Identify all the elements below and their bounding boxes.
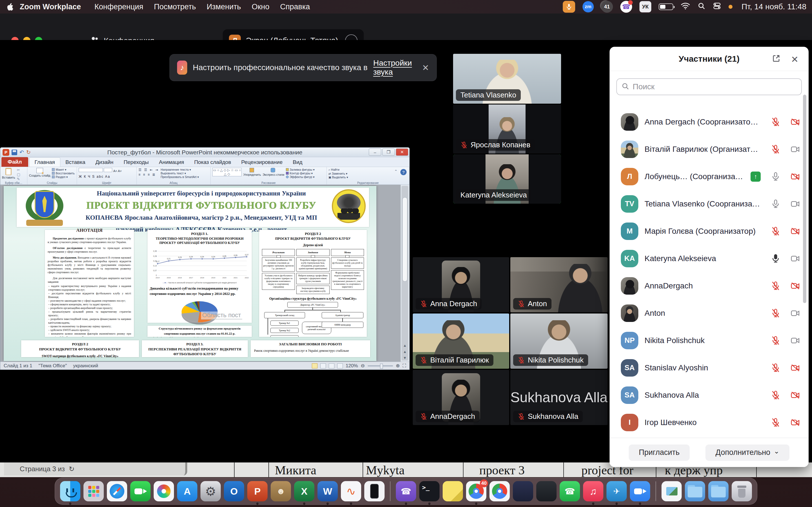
ppt-close-button[interactable]: ✕	[396, 149, 408, 156]
viber[interactable]: ☎	[396, 481, 416, 501]
menu-item[interactable]: Справка	[280, 3, 310, 11]
participant-row[interactable]: SA Sukhanova Alla	[610, 381, 809, 409]
slide-sorter-button[interactable]	[320, 363, 326, 369]
zoom-status-icon[interactable]: zm	[582, 1, 594, 12]
recording-count-icon[interactable]: 41	[601, 1, 613, 13]
collapse-ribbon-icon[interactable]: ⌃	[394, 169, 398, 175]
invite-button[interactable]: Пригласить	[629, 445, 690, 461]
paste-button[interactable]: Вставить	[2, 168, 15, 179]
chrome[interactable]: 40	[466, 481, 486, 501]
video-tile[interactable]: Anna Dergach	[413, 257, 509, 313]
scroll-up-icon[interactable]: ▲	[402, 343, 408, 348]
align-buttons[interactable]: ≡ ≡ ≡ ≣	[139, 173, 159, 177]
participant-row[interactable]: SA Stanislav Alyoshin	[610, 354, 809, 381]
poster-slide[interactable]: Національний університет біоресурсів і п…	[4, 186, 376, 361]
shape-effects-button[interactable]: Эффекты фигур ▾	[286, 175, 314, 179]
menu-clock[interactable]: Пт, 14 нояб. 11:48	[742, 2, 806, 11]
microphone-status-icon[interactable]	[563, 1, 575, 13]
powerpoint[interactable]: P	[247, 481, 267, 501]
terminal[interactable]: >_	[419, 481, 440, 501]
contacts[interactable]: ☻	[271, 481, 291, 501]
participant-row[interactable]: KA Kateryna Alekseieva	[610, 245, 809, 272]
participant-row[interactable]: TV Tetiana Vlasenko (Соорганизатор)	[610, 190, 809, 217]
ribbon-tab[interactable]: Рецензирование	[236, 158, 288, 167]
next-slide-icon[interactable]: ▼	[402, 356, 408, 360]
menu-item[interactable]: Окно	[252, 3, 269, 11]
zoom[interactable]	[630, 481, 650, 501]
video-tile[interactable]: Ярослав Копанев	[453, 105, 561, 154]
select-button[interactable]: ▣ Выделить ▾	[328, 175, 348, 179]
stickies[interactable]	[443, 481, 463, 501]
zoom-in-icon[interactable]: ⊕	[396, 363, 400, 369]
slideshow-button[interactable]	[337, 363, 343, 369]
participant-row[interactable]: M Марія Голєва (Соорганизатор)	[610, 217, 809, 245]
participant-row[interactable]: NP Nikita Polishchuk	[610, 327, 809, 354]
shape-outline-button[interactable]: Контур фигуры ▾	[286, 172, 314, 175]
audio-settings-link[interactable]: Настройки звука	[373, 59, 416, 76]
ribbon-tab[interactable]: Вставка	[60, 158, 91, 167]
ppt-scrollbar[interactable]: ▲ ▲ ▼	[402, 186, 408, 360]
clipboard-small-buttons[interactable]: ✂▢✎	[17, 168, 20, 181]
text-direction-button[interactable]: Направление текста ▾	[161, 168, 199, 171]
freeform-wave[interactable]: ∿	[341, 481, 361, 501]
align-text-button[interactable]: Выровнять текст ▾	[161, 172, 199, 175]
trash[interactable]	[732, 481, 752, 501]
app-store[interactable]: A	[177, 481, 197, 501]
app-dark-blue[interactable]	[513, 481, 533, 501]
facetime[interactable]	[130, 481, 151, 501]
battery-icon[interactable]	[659, 3, 673, 10]
quick-styles-button[interactable]: Экспресс-стили	[262, 168, 284, 176]
whatsapp[interactable]: ☎	[560, 481, 580, 501]
participant-row[interactable]: Віталій Гаврилюк (Организатор)	[610, 135, 809, 163]
reset-button[interactable]: Восстановить	[52, 172, 74, 175]
list-buttons[interactable]: ☰ ☰ ⇤ ⇥	[139, 168, 159, 172]
system-settings[interactable]: ⚙	[200, 481, 221, 501]
word[interactable]: W	[317, 481, 338, 501]
search-input[interactable]	[633, 82, 797, 91]
normal-view-button[interactable]	[312, 363, 317, 369]
shapes-gallery[interactable]: ▭ ○ △ ◇ ▷ ☆ ▭ ○ △ ◇	[212, 168, 242, 176]
ppt-restore-button[interactable]: ❐	[382, 149, 395, 156]
outlook[interactable]: O	[224, 481, 244, 501]
banner-close-icon[interactable]	[422, 63, 429, 73]
ribbon-tab[interactable]: Файл	[1, 157, 28, 167]
video-tile[interactable]: Nikita Polishchuk	[510, 314, 608, 369]
spotlight-search-icon[interactable]	[698, 2, 705, 12]
font-style-buttons[interactable]: Ж К Ч S abc Aa	[79, 175, 110, 179]
ribbon-tab[interactable]: Переходы	[118, 158, 154, 167]
photos[interactable]	[154, 481, 174, 501]
participant-row[interactable]: І Ігор Шевченко	[610, 409, 809, 436]
help-icon[interactable]: ?	[400, 169, 407, 175]
font-name-select[interactable]	[79, 168, 103, 172]
panel-scrollbar[interactable]	[803, 95, 806, 303]
menu-item[interactable]: Изменить	[207, 3, 241, 11]
ribbon-tab[interactable]: Показ слайдов	[189, 158, 236, 167]
video-tile[interactable]: Віталій Гаврилюк	[413, 314, 509, 369]
viber-status-icon[interactable]: ☎	[620, 1, 632, 13]
safari[interactable]	[107, 481, 127, 501]
ppt-title-bar[interactable]: P ↶ ↻ Постер_футбол - Microsoft PowerPoi…	[0, 148, 409, 157]
active-app-name[interactable]: Zoom Workplace	[20, 3, 81, 11]
language-indicator[interactable]: украинский	[73, 363, 98, 369]
preview[interactable]	[661, 481, 682, 501]
ppt-minimize-button[interactable]: –	[369, 149, 381, 156]
ribbon-tab[interactable]: Главная	[29, 158, 60, 167]
control-center-icon[interactable]	[713, 2, 721, 12]
video-tile[interactable]: Kateryna Alekseieva	[453, 154, 561, 204]
scrollbar-thumb[interactable]	[402, 197, 407, 282]
ribbon-tab[interactable]: Анимация	[154, 158, 189, 167]
font-size-select[interactable]	[104, 168, 112, 172]
video-tile[interactable]: Sukhanova Alla Sukhanova Alla	[510, 370, 608, 425]
zoom-out-icon[interactable]: ⊖	[361, 363, 365, 369]
ribbon-tab[interactable]: Вид	[288, 158, 307, 167]
close-panel-icon[interactable]	[791, 54, 799, 65]
launchpad[interactable]	[84, 481, 104, 501]
music[interactable]: ♫	[583, 481, 603, 501]
apple-menu-icon[interactable]	[0, 3, 20, 11]
section-button[interactable]: Раздел ▾	[52, 175, 74, 179]
participant-row[interactable]: Л Лобунець… (Соорганизатор)	[610, 163, 809, 190]
finder[interactable]	[60, 481, 80, 501]
participant-row[interactable]: AnnaDergach	[610, 272, 809, 299]
replace-button[interactable]: ⇄ Заменить ▾	[328, 172, 348, 175]
ribbon-tab[interactable]: Дизайн	[91, 158, 119, 167]
